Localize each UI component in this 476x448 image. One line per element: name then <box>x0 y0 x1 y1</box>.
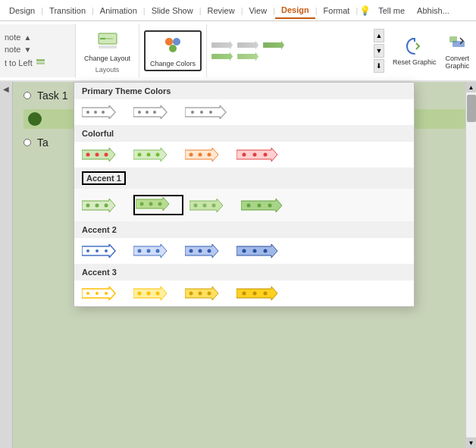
scroll-down-btn[interactable]: ▼ <box>466 437 477 448</box>
svg-point-22 <box>200 111 203 114</box>
svg-point-81 <box>189 292 193 296</box>
task-dot-2 <box>23 139 31 146</box>
reset-graphic-button[interactable]: Reset Graphic <box>390 33 439 68</box>
tab-view[interactable]: View <box>243 3 273 18</box>
svg-point-79 <box>156 292 160 296</box>
svg-point-31 <box>156 153 160 157</box>
main-canvas: Task 1 Ta Primary Theme Colors <box>13 82 476 448</box>
primary-theme-row[interactable] <box>74 99 414 125</box>
svg-point-63 <box>156 249 160 253</box>
svg-point-8 <box>169 45 177 52</box>
tab-tellme[interactable]: Tell me <box>372 3 411 18</box>
primary-arrow-1[interactable] <box>82 105 127 119</box>
change-colors-label: Change Colors <box>150 60 196 67</box>
svg-point-29 <box>138 153 142 157</box>
left-panel: note ▲ note ▼ t to Left <box>0 24 76 77</box>
reset-graphic-label: Reset Graphic <box>393 58 437 66</box>
convert-left-label: t to Left <box>5 58 33 67</box>
svg-point-14 <box>94 111 97 114</box>
change-colors-icon <box>161 34 184 59</box>
svg-point-58 <box>96 249 99 252</box>
tab-design-active[interactable]: Design <box>275 2 315 19</box>
tab-user[interactable]: Abhish... <box>411 3 456 18</box>
down-arrow-icon: ▼ <box>23 45 31 54</box>
svg-point-65 <box>189 249 193 253</box>
accent1-label: Accent 1 <box>82 171 126 185</box>
task-label-1: Task 1 <box>37 89 67 102</box>
change-layout-section: Change Layout Layouts <box>76 24 139 77</box>
svg-point-57 <box>86 249 89 252</box>
svg-point-15 <box>102 111 105 114</box>
lightbulb-icon: 💡 <box>359 5 371 16</box>
convert-graphic-button[interactable]: ConvertGraphic <box>443 30 471 72</box>
svg-point-42 <box>96 203 99 207</box>
change-colors-button[interactable]: Change Colors <box>144 30 202 71</box>
svg-point-43 <box>105 203 108 207</box>
svg-point-47 <box>158 202 162 206</box>
scroll-up-btn[interactable]: ▲ <box>466 82 477 92</box>
svg-point-45 <box>140 202 144 206</box>
svg-point-26 <box>96 153 99 157</box>
color-dropdown: Primary Theme Colors <box>74 82 415 307</box>
svg-point-18 <box>146 111 149 114</box>
svg-point-77 <box>138 292 142 296</box>
layouts-label: Layouts <box>80 66 134 74</box>
collapse-icon[interactable]: ◀ <box>3 85 9 93</box>
theme-arrow-5[interactable] <box>237 52 258 61</box>
svg-point-39 <box>264 153 268 157</box>
svg-point-74 <box>96 292 99 295</box>
tab-transition[interactable]: Transition <box>43 3 92 18</box>
svg-point-66 <box>199 249 202 253</box>
accent2-header: Accent 2 <box>74 221 414 238</box>
reset-icon <box>404 36 425 57</box>
svg-point-19 <box>153 111 156 114</box>
accent1-header: Accent 1 <box>74 168 414 189</box>
svg-point-38 <box>253 153 257 157</box>
tab-review[interactable]: Review <box>202 3 241 18</box>
accent3-row[interactable] <box>74 280 414 306</box>
ribbon-tabs: Design | Transition | Animation | Slide … <box>0 0 476 21</box>
up-arrow-icon: ▲ <box>23 33 31 42</box>
layers-icon <box>36 57 46 69</box>
svg-point-23 <box>209 111 212 114</box>
svg-point-54 <box>258 203 261 207</box>
svg-point-35 <box>208 153 211 157</box>
left-panel-note-up: note ▲ <box>5 33 70 42</box>
svg-point-71 <box>264 249 268 253</box>
note-down-label: note <box>5 45 20 54</box>
accent1-selected-arrow[interactable] <box>133 195 183 215</box>
theme-arrow-4[interactable] <box>211 52 233 61</box>
note-up-label: note <box>5 33 20 42</box>
svg-point-87 <box>264 292 268 296</box>
toolbar-right-buttons: Reset Graphic ConvertGraphic <box>386 24 476 77</box>
primary-theme-header: Primary Theme Colors <box>74 83 414 99</box>
convert-icon <box>446 32 468 53</box>
tab-slideshow[interactable]: Slide Show <box>146 3 199 18</box>
svg-point-46 <box>149 202 153 206</box>
svg-point-27 <box>105 153 108 157</box>
svg-point-69 <box>243 249 246 253</box>
svg-point-85 <box>243 292 246 296</box>
scroll-down-btn[interactable]: ⬇ <box>374 59 384 73</box>
tab-format[interactable]: Format <box>318 3 356 18</box>
green-circle-icon <box>28 112 42 126</box>
svg-point-50 <box>203 203 207 207</box>
tab-design-1[interactable]: Design <box>3 3 41 18</box>
tab-animation[interactable]: Animation <box>94 3 143 18</box>
theme-arrow-2[interactable] <box>237 41 258 50</box>
scroll-up-btn[interactable]: ▲ <box>374 29 384 42</box>
change-layout-button[interactable]: Change Layout <box>80 28 134 64</box>
svg-rect-5 <box>99 45 117 49</box>
primary-arrow-3[interactable] <box>185 105 238 119</box>
scroll-expand-btn[interactable]: ▼ <box>374 44 384 58</box>
svg-point-70 <box>253 249 257 253</box>
svg-point-83 <box>208 292 211 296</box>
accent2-row[interactable] <box>74 238 414 264</box>
svg-point-73 <box>86 292 89 295</box>
accent1-row[interactable] <box>74 189 414 221</box>
theme-arrow-1[interactable] <box>211 41 233 50</box>
colorful-row[interactable] <box>74 142 414 168</box>
theme-arrow-3[interactable] <box>263 41 284 50</box>
toolbar-scroll: ▲ ▼ ⬇ <box>372 24 386 77</box>
primary-arrow-2[interactable] <box>133 105 179 119</box>
